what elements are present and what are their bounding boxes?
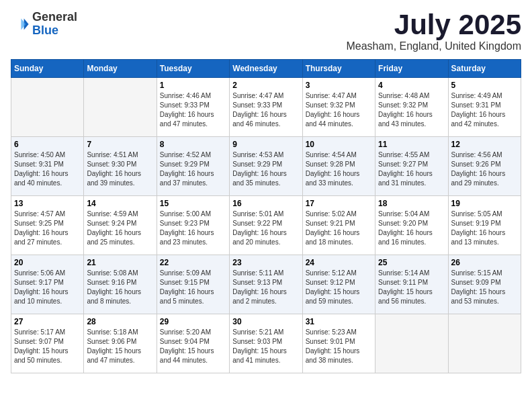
calendar-cell: 28Sunrise: 5:18 AM Sunset: 9:06 PM Dayli… xyxy=(84,314,157,373)
calendar-cell xyxy=(448,314,521,373)
day-detail: Sunrise: 5:20 AM Sunset: 9:04 PM Dayligh… xyxy=(160,328,226,365)
day-number: 29 xyxy=(160,317,226,326)
weekday-header: Sunday xyxy=(11,60,84,78)
day-number: 27 xyxy=(14,317,81,326)
day-number: 15 xyxy=(160,199,226,208)
calendar-cell xyxy=(11,78,84,137)
day-number: 13 xyxy=(14,199,81,208)
day-number: 30 xyxy=(232,317,299,326)
day-detail: Sunrise: 4:48 AM Sunset: 9:32 PM Dayligh… xyxy=(378,91,445,129)
calendar-cell: 4Sunrise: 4:48 AM Sunset: 9:32 PM Daylig… xyxy=(375,78,448,137)
day-detail: Sunrise: 5:15 AM Sunset: 9:09 PM Dayligh… xyxy=(451,269,518,306)
day-detail: Sunrise: 4:55 AM Sunset: 9:27 PM Dayligh… xyxy=(378,150,445,188)
calendar-cell xyxy=(84,78,157,137)
title-block: July 2025 Measham, England, United Kingd… xyxy=(346,11,521,52)
day-number: 17 xyxy=(306,199,372,208)
day-detail: Sunrise: 5:23 AM Sunset: 9:01 PM Dayligh… xyxy=(306,328,372,365)
day-detail: Sunrise: 5:00 AM Sunset: 9:23 PM Dayligh… xyxy=(160,210,226,247)
day-number: 19 xyxy=(451,199,518,208)
calendar-cell: 22Sunrise: 5:09 AM Sunset: 9:15 PM Dayli… xyxy=(157,255,229,314)
calendar-cell: 20Sunrise: 5:06 AM Sunset: 9:17 PM Dayli… xyxy=(11,255,84,314)
calendar-cell: 3Sunrise: 4:47 AM Sunset: 9:32 PM Daylig… xyxy=(302,78,375,137)
calendar-cell: 7Sunrise: 4:51 AM Sunset: 9:30 PM Daylig… xyxy=(84,137,157,196)
calendar-week-row: 13Sunrise: 4:57 AM Sunset: 9:25 PM Dayli… xyxy=(11,196,521,255)
day-detail: Sunrise: 5:11 AM Sunset: 9:13 PM Dayligh… xyxy=(232,269,299,306)
calendar-cell: 2Sunrise: 4:47 AM Sunset: 9:33 PM Daylig… xyxy=(230,78,302,137)
calendar-cell: 13Sunrise: 4:57 AM Sunset: 9:25 PM Dayli… xyxy=(11,196,84,255)
logo-blue: Blue xyxy=(32,24,77,38)
calendar-cell: 15Sunrise: 5:00 AM Sunset: 9:23 PM Dayli… xyxy=(157,196,229,255)
calendar-cell: 26Sunrise: 5:15 AM Sunset: 9:09 PM Dayli… xyxy=(448,255,521,314)
day-detail: Sunrise: 4:51 AM Sunset: 9:30 PM Dayligh… xyxy=(87,150,153,188)
calendar-table: SundayMondayTuesdayWednesdayThursdayFrid… xyxy=(11,59,521,373)
day-detail: Sunrise: 4:47 AM Sunset: 9:32 PM Dayligh… xyxy=(306,91,372,129)
calendar-cell: 30Sunrise: 5:21 AM Sunset: 9:03 PM Dayli… xyxy=(230,314,302,373)
weekday-header: Tuesday xyxy=(157,60,229,78)
day-detail: Sunrise: 4:53 AM Sunset: 9:29 PM Dayligh… xyxy=(232,150,299,188)
day-number: 9 xyxy=(232,140,299,149)
day-number: 26 xyxy=(451,258,518,267)
day-number: 8 xyxy=(160,140,226,149)
day-detail: Sunrise: 5:12 AM Sunset: 9:12 PM Dayligh… xyxy=(306,269,372,306)
calendar-week-row: 20Sunrise: 5:06 AM Sunset: 9:17 PM Dayli… xyxy=(11,255,521,314)
month-title: July 2025 xyxy=(346,11,521,39)
calendar-cell: 14Sunrise: 4:59 AM Sunset: 9:24 PM Dayli… xyxy=(84,196,157,255)
calendar-cell: 21Sunrise: 5:08 AM Sunset: 9:16 PM Dayli… xyxy=(84,255,157,314)
calendar-cell: 6Sunrise: 4:50 AM Sunset: 9:31 PM Daylig… xyxy=(11,137,84,196)
weekday-header: Wednesday xyxy=(230,60,302,78)
day-number: 23 xyxy=(232,258,299,267)
logo-general: General xyxy=(32,11,77,24)
day-number: 20 xyxy=(14,258,81,267)
day-number: 4 xyxy=(378,81,445,90)
calendar-header-row: SundayMondayTuesdayWednesdayThursdayFrid… xyxy=(11,60,521,78)
calendar-cell xyxy=(375,314,448,373)
day-detail: Sunrise: 5:21 AM Sunset: 9:03 PM Dayligh… xyxy=(232,328,299,365)
day-detail: Sunrise: 5:04 AM Sunset: 9:20 PM Dayligh… xyxy=(378,210,445,247)
location: Measham, England, United Kingdom xyxy=(346,40,521,52)
calendar-cell: 1Sunrise: 4:46 AM Sunset: 9:33 PM Daylig… xyxy=(157,78,229,137)
calendar-cell: 10Sunrise: 4:54 AM Sunset: 9:28 PM Dayli… xyxy=(302,137,375,196)
day-detail: Sunrise: 4:57 AM Sunset: 9:25 PM Dayligh… xyxy=(14,210,81,247)
day-number: 22 xyxy=(160,258,226,267)
day-detail: Sunrise: 4:59 AM Sunset: 9:24 PM Dayligh… xyxy=(87,210,153,247)
day-number: 21 xyxy=(87,258,153,267)
day-detail: Sunrise: 5:02 AM Sunset: 9:21 PM Dayligh… xyxy=(306,210,372,247)
calendar-cell: 18Sunrise: 5:04 AM Sunset: 9:20 PM Dayli… xyxy=(375,196,448,255)
calendar-week-row: 6Sunrise: 4:50 AM Sunset: 9:31 PM Daylig… xyxy=(11,137,521,196)
calendar-cell: 12Sunrise: 4:56 AM Sunset: 9:26 PM Dayli… xyxy=(448,137,521,196)
calendar-cell: 19Sunrise: 5:05 AM Sunset: 9:19 PM Dayli… xyxy=(448,196,521,255)
day-detail: Sunrise: 5:18 AM Sunset: 9:06 PM Dayligh… xyxy=(87,328,153,365)
day-number: 18 xyxy=(378,199,445,208)
calendar-cell: 5Sunrise: 4:49 AM Sunset: 9:31 PM Daylig… xyxy=(448,78,521,137)
day-detail: Sunrise: 4:54 AM Sunset: 9:28 PM Dayligh… xyxy=(306,150,372,188)
weekday-header: Thursday xyxy=(302,60,375,78)
logo-text: General Blue xyxy=(32,11,77,38)
logo: General Blue xyxy=(11,11,77,38)
day-number: 24 xyxy=(306,258,372,267)
calendar-week-row: 27Sunrise: 5:17 AM Sunset: 9:07 PM Dayli… xyxy=(11,314,521,373)
day-detail: Sunrise: 4:56 AM Sunset: 9:26 PM Dayligh… xyxy=(451,150,518,188)
calendar-cell: 25Sunrise: 5:14 AM Sunset: 9:11 PM Dayli… xyxy=(375,255,448,314)
day-detail: Sunrise: 5:01 AM Sunset: 9:22 PM Dayligh… xyxy=(232,210,299,247)
day-detail: Sunrise: 5:09 AM Sunset: 9:15 PM Dayligh… xyxy=(160,269,226,306)
calendar-cell: 11Sunrise: 4:55 AM Sunset: 9:27 PM Dayli… xyxy=(375,137,448,196)
calendar-cell: 16Sunrise: 5:01 AM Sunset: 9:22 PM Dayli… xyxy=(230,196,302,255)
calendar-cell: 8Sunrise: 4:52 AM Sunset: 9:29 PM Daylig… xyxy=(157,137,229,196)
weekday-header: Monday xyxy=(84,60,157,78)
day-number: 16 xyxy=(232,199,299,208)
day-detail: Sunrise: 5:17 AM Sunset: 9:07 PM Dayligh… xyxy=(14,328,81,365)
day-number: 3 xyxy=(306,81,372,90)
page-header: General Blue July 2025 Measham, England,… xyxy=(11,11,521,52)
day-number: 25 xyxy=(378,258,445,267)
calendar-cell: 23Sunrise: 5:11 AM Sunset: 9:13 PM Dayli… xyxy=(230,255,302,314)
day-number: 10 xyxy=(306,140,372,149)
day-detail: Sunrise: 5:08 AM Sunset: 9:16 PM Dayligh… xyxy=(87,269,153,306)
day-number: 6 xyxy=(14,140,81,149)
day-detail: Sunrise: 4:49 AM Sunset: 9:31 PM Dayligh… xyxy=(451,91,518,129)
day-detail: Sunrise: 5:06 AM Sunset: 9:17 PM Dayligh… xyxy=(14,269,81,306)
day-number: 11 xyxy=(378,140,445,149)
day-detail: Sunrise: 4:47 AM Sunset: 9:33 PM Dayligh… xyxy=(232,91,299,129)
calendar-cell: 24Sunrise: 5:12 AM Sunset: 9:12 PM Dayli… xyxy=(302,255,375,314)
day-number: 14 xyxy=(87,199,153,208)
day-number: 31 xyxy=(306,317,372,326)
